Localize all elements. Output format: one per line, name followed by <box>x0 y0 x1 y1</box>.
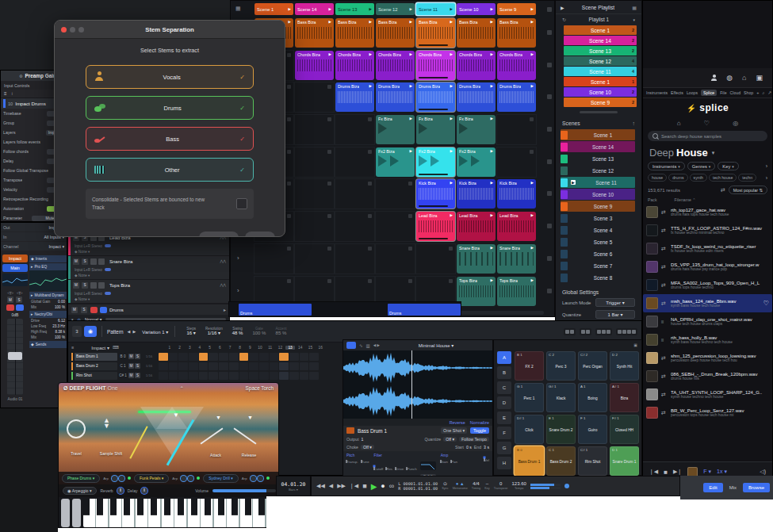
clip-play-icon[interactable]: ▶ <box>531 278 534 283</box>
pad-bank-d[interactable]: D <box>497 396 511 409</box>
drum-pad-snare-drum-1[interactable]: D 1Snare Drum 1 <box>610 446 639 476</box>
clip-play-icon[interactable]: ▶ <box>531 246 534 251</box>
step-14[interactable] <box>289 353 299 361</box>
metronome-control[interactable]: ● ▲Metronome <box>453 482 468 491</box>
collapse-up-icon[interactable]: ↑ <box>633 121 636 126</box>
playlist-scene-scene-10[interactable]: Scene 102 <box>564 87 637 97</box>
drum-pad-klack[interactable]: G# 1Klack <box>546 383 576 412</box>
arranger-clip[interactable]: Drums <box>388 304 461 316</box>
record-button[interactable]: ● <box>381 482 385 490</box>
clip-play-icon[interactable]: ▶ <box>491 246 493 251</box>
sample-row[interactable]: ⇄rth_top127_gace_hat.wavdrums hats tops … <box>643 203 772 221</box>
quantize-select[interactable]: 1 Bar ▾ <box>595 310 635 319</box>
scene-row-scene-13[interactable]: Scene 13 <box>561 153 635 164</box>
drum-row-name[interactable]: Bass Drum 1 <box>75 353 117 361</box>
track-header-snare-biza[interactable]: MSSnare Biza⋀⋀Input L+R Stereo◆ None ▾ <box>68 256 229 280</box>
account-icon[interactable] <box>711 75 717 81</box>
monitor-button[interactable] <box>16 304 24 311</box>
empty-clip-slot[interactable] <box>416 244 455 274</box>
step-8[interactable] <box>229 353 239 361</box>
mute-button[interactable]: M <box>7 297 13 303</box>
tempo-control[interactable]: 123.60Tempo <box>511 481 526 490</box>
layer-chip-phase-drums[interactable]: Phase Drums ▾ <box>62 474 100 483</box>
drum-pad-closed-hh[interactable]: F# 1Closed HH <box>610 415 639 444</box>
step-page-widget[interactable] <box>580 328 591 335</box>
clip-chords-biza[interactable]: Chords Biza▶ <box>376 51 415 80</box>
clip-stop-button[interactable] <box>547 191 552 196</box>
step-12[interactable] <box>270 372 279 380</box>
input-toggle[interactable] <box>105 244 111 247</box>
param-value[interactable]: 100 % <box>55 305 65 309</box>
step-15[interactable] <box>300 362 309 370</box>
clip-tops-biza[interactable]: Tops Biza▶ <box>497 277 536 306</box>
mixer-io-channel[interactable]: ChannelImpact ▾ <box>1 242 67 251</box>
edit-mode-icon[interactable] <box>346 342 356 349</box>
monitor-button[interactable] <box>100 307 107 313</box>
clip-lead-biza[interactable]: Lead Biza▶ <box>457 212 496 241</box>
step-7[interactable] <box>219 353 228 361</box>
clip-chords-biza[interactable]: Chords Biza▶ <box>295 51 334 80</box>
clip-play-icon[interactable]: ▶ <box>491 52 493 57</box>
step-back-icon[interactable]: ◀ <box>329 483 333 489</box>
waveform-display[interactable] <box>343 350 492 419</box>
clip-stop-button[interactable] <box>547 94 552 99</box>
mute-button[interactable]: M <box>73 258 79 265</box>
list-icon[interactable]: ▦ <box>632 5 637 10</box>
clip-bass-biza[interactable]: Bass Biza▶ <box>295 18 334 48</box>
scene-play-icon[interactable]: ▶ <box>491 7 493 11</box>
prev-pattern-icon[interactable]: ◀ <box>128 329 131 334</box>
input-toggle[interactable] <box>105 268 111 271</box>
step-16[interactable] <box>309 372 319 380</box>
scene-row-scene-3[interactable]: Scene 3 <box>561 212 635 224</box>
clip-play-icon[interactable]: ▶ <box>450 181 453 186</box>
param-value[interactable]: 6.12 <box>58 319 65 323</box>
stem-option-bass[interactable]: Bass✓ <box>86 127 254 151</box>
playlist-name[interactable]: Playlist 1 <box>588 17 609 22</box>
empty-clip-slot[interactable] <box>335 179 374 209</box>
drum-pad-perc-1[interactable]: G 1Perc 1 <box>515 383 544 412</box>
step-11[interactable] <box>259 353 269 361</box>
loop-button[interactable]: ∞ <box>389 482 394 490</box>
step-number-2[interactable]: 2 <box>175 346 185 350</box>
accent-value[interactable]: 85 % <box>276 331 287 336</box>
drum-pad-click[interactable]: D# 1Click <box>515 415 544 444</box>
next-pattern-icon[interactable]: ▶ <box>132 329 136 334</box>
clip-play-icon[interactable]: ▶ <box>329 20 331 25</box>
browse-view-button[interactable]: Browse <box>743 483 770 492</box>
group-track-name[interactable]: Drums <box>109 308 124 312</box>
empty-clip-slot[interactable] <box>376 179 415 209</box>
step-6[interactable] <box>209 353 218 361</box>
tag-techn[interactable]: techn <box>738 174 756 182</box>
step-number-7[interactable]: 7 <box>225 346 235 350</box>
mono-icon[interactable]: ◁▷ <box>17 290 23 295</box>
sample-row[interactable]: ⇄TSDF_fx_loop_weird_no_etiquette_riserfx… <box>643 239 772 258</box>
clip-play-icon[interactable]: ▶ <box>410 20 412 25</box>
pack-artwork[interactable] <box>646 316 658 327</box>
scene-header-scene-14[interactable]: Scene 14▶ <box>295 3 334 15</box>
key-control[interactable]: –Key <box>484 481 490 490</box>
tab-loops[interactable]: Loops <box>687 90 698 95</box>
close-window-button[interactable] <box>61 27 67 33</box>
step-4[interactable] <box>189 353 198 361</box>
consolidate-option[interactable]: Consolidate - Selected Stems are bounced… <box>86 189 254 219</box>
step-6[interactable] <box>209 362 218 370</box>
sample-row[interactable]: ⇄msh_bass_124_rate_Bbm.wavsynth bass hou… <box>643 294 772 312</box>
nudge-back-icon[interactable]: ◀◀ <box>316 483 325 489</box>
row-solo-button[interactable]: S <box>135 354 140 359</box>
scene-play-icon[interactable]: ▶ <box>450 7 453 11</box>
sample-row[interactable]: |||NA_DPRH_clap_one_shot_mainz.wavhouse … <box>643 312 772 331</box>
step-7[interactable] <box>219 372 228 380</box>
drum-row-name[interactable]: Bass Drum 2 <box>75 362 117 370</box>
filter-genres[interactable]: Genres▾ <box>687 162 716 170</box>
clip-bass-biza[interactable]: Bass Biza▶ <box>335 18 374 48</box>
clip-stop-button[interactable] <box>547 30 552 35</box>
step-10[interactable] <box>249 353 258 361</box>
piano-keyboard[interactable] <box>83 499 277 527</box>
empty-clip-slot[interactable] <box>335 115 374 144</box>
step-13[interactable] <box>279 362 289 370</box>
sync-control[interactable]: ⏻Sync <box>442 482 448 491</box>
clip-play-icon[interactable]: ▶ <box>531 181 534 186</box>
pad-bank-e[interactable]: E <box>497 411 511 424</box>
sample-row[interactable]: ⇄TTS_H_FX_LOOP_ASTRO_124_F#m.wavfx house… <box>643 221 772 239</box>
scene-row-scene-8[interactable]: Scene 8 <box>561 272 635 283</box>
